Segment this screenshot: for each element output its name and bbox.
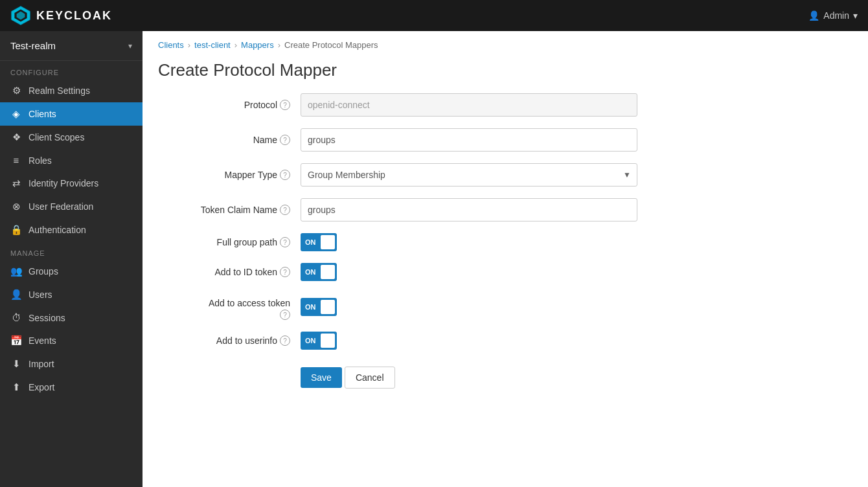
add-to-access-token-help-icon[interactable]: ? bbox=[280, 310, 290, 320]
breadcrumb-mappers[interactable]: Mappers bbox=[241, 40, 274, 50]
sidebar-item-label: Events bbox=[29, 335, 56, 346]
add-to-userinfo-help-icon[interactable]: ? bbox=[280, 335, 290, 346]
token-claim-name-label: Token Claim Name ? bbox=[158, 205, 301, 215]
sidebar-item-import[interactable]: ⬇ Import bbox=[0, 352, 143, 376]
mapper-type-row: Mapper Type ? Group Membership Audience … bbox=[158, 163, 852, 187]
sessions-icon: ⏱ bbox=[10, 312, 22, 323]
logo-text: KEYCLOAK bbox=[36, 9, 112, 23]
logo: KEYCLOAK bbox=[10, 5, 112, 26]
breadcrumb-sep-2: › bbox=[234, 40, 237, 50]
realm-name: Test-realm bbox=[10, 40, 56, 51]
token-claim-name-row: Token Claim Name ? bbox=[158, 198, 852, 221]
sidebar-item-events[interactable]: 📅 Events bbox=[0, 329, 143, 352]
toggle-on-label: ON bbox=[305, 337, 316, 345]
identity-providers-icon: ⇄ bbox=[10, 177, 22, 189]
sidebar-item-users[interactable]: 👤 Users bbox=[0, 283, 143, 306]
user-federation-icon: ⊗ bbox=[10, 201, 22, 212]
sidebar-item-export[interactable]: ⬆ Export bbox=[0, 376, 143, 399]
sidebar-item-label: Authentication bbox=[29, 225, 86, 235]
name-row: Name ? bbox=[158, 128, 852, 152]
name-help-icon[interactable]: ? bbox=[280, 135, 290, 145]
clients-icon: ◈ bbox=[10, 108, 22, 120]
protocol-help-icon[interactable]: ? bbox=[280, 100, 290, 110]
add-to-userinfo-row: Add to userinfo ? ON bbox=[158, 332, 852, 350]
add-to-id-token-label: Add to ID token ? bbox=[158, 267, 301, 277]
toggle-on-label: ON bbox=[305, 303, 316, 311]
toggle-thumb bbox=[321, 300, 335, 314]
main-layout: Test-realm ▾ Configure ⚙ Realm Settings … bbox=[0, 31, 868, 487]
sidebar-item-sessions[interactable]: ⏱ Sessions bbox=[0, 306, 143, 329]
sidebar-item-label: Import bbox=[29, 359, 54, 369]
roles-icon: ≡ bbox=[10, 155, 22, 166]
sidebar-item-realm-settings[interactable]: ⚙ Realm Settings bbox=[0, 79, 143, 102]
full-group-path-help-icon[interactable]: ? bbox=[280, 237, 290, 247]
add-to-access-token-toggle-track[interactable]: ON bbox=[301, 298, 337, 316]
breadcrumb: Clients › test-client › Mappers › Create… bbox=[143, 31, 868, 50]
add-to-id-token-toggle-track[interactable]: ON bbox=[301, 263, 337, 281]
export-icon: ⬆ bbox=[10, 381, 22, 393]
save-button[interactable]: Save bbox=[301, 367, 342, 388]
name-label: Name ? bbox=[158, 135, 301, 145]
mapper-type-wrapper: Group Membership Audience Hardcoded Role… bbox=[301, 163, 637, 187]
toggle-on-label: ON bbox=[305, 268, 316, 276]
token-claim-name-help-icon[interactable]: ? bbox=[280, 205, 290, 215]
sidebar-item-clients[interactable]: ◈ Clients bbox=[0, 102, 143, 126]
create-protocol-mapper-form: Protocol ? Name ? Mapper Type ? bbox=[143, 93, 868, 414]
toggle-thumb bbox=[321, 265, 335, 279]
add-to-userinfo-toggle-track[interactable]: ON bbox=[301, 332, 337, 350]
breadcrumb-sep-1: › bbox=[188, 40, 190, 50]
manage-section-label: Manage bbox=[0, 242, 143, 260]
sidebar-item-label: Users bbox=[29, 289, 52, 300]
breadcrumb-clients[interactable]: Clients bbox=[158, 40, 184, 50]
form-actions: Save Cancel bbox=[301, 361, 852, 389]
groups-icon: 👥 bbox=[10, 266, 22, 277]
user-menu[interactable]: 👤 Admin ▾ bbox=[808, 10, 858, 21]
full-group-path-toggle[interactable]: ON bbox=[301, 233, 337, 251]
sidebar-item-label: Export bbox=[29, 382, 54, 392]
events-icon: 📅 bbox=[10, 335, 22, 346]
realm-chevron-icon: ▾ bbox=[128, 41, 132, 51]
cancel-button[interactable]: Cancel bbox=[345, 367, 395, 389]
add-to-id-token-row: Add to ID token ? ON bbox=[158, 263, 852, 281]
sidebar-item-label: Sessions bbox=[29, 313, 65, 323]
keycloak-logo-icon bbox=[10, 5, 31, 26]
sidebar-item-label: Clients bbox=[29, 109, 56, 119]
mapper-type-help-icon[interactable]: ? bbox=[280, 170, 290, 180]
full-group-path-row: Full group path ? ON bbox=[158, 233, 852, 251]
sidebar-item-user-federation[interactable]: ⊗ User Federation bbox=[0, 195, 143, 218]
sidebar-item-identity-providers[interactable]: ⇄ Identity Providers bbox=[0, 172, 143, 195]
protocol-label: Protocol ? bbox=[158, 100, 301, 110]
add-to-id-token-help-icon[interactable]: ? bbox=[280, 267, 290, 277]
toggle-thumb bbox=[321, 235, 335, 249]
breadcrumb-sep-3: › bbox=[278, 40, 280, 50]
mapper-type-label: Mapper Type ? bbox=[158, 170, 301, 180]
sidebar-item-label: Identity Providers bbox=[29, 178, 98, 188]
sidebar-item-authentication[interactable]: 🔒 Authentication bbox=[0, 218, 143, 242]
configure-section-label: Configure bbox=[0, 61, 143, 79]
add-to-id-token-toggle[interactable]: ON bbox=[301, 263, 337, 281]
protocol-input bbox=[301, 93, 637, 117]
sidebar-item-groups[interactable]: 👥 Groups bbox=[0, 260, 143, 283]
sidebar-item-label: Roles bbox=[29, 155, 52, 166]
authentication-icon: 🔒 bbox=[10, 224, 22, 236]
mapper-type-select[interactable]: Group Membership Audience Hardcoded Role… bbox=[301, 163, 637, 187]
breadcrumb-test-client[interactable]: test-client bbox=[194, 40, 231, 50]
token-claim-name-input[interactable] bbox=[301, 198, 637, 221]
sidebar-item-label: Client Scopes bbox=[29, 132, 84, 142]
realm-settings-icon: ⚙ bbox=[10, 85, 22, 96]
sidebar-item-client-scopes[interactable]: ❖ Client Scopes bbox=[0, 126, 143, 149]
sidebar-item-label: User Federation bbox=[29, 201, 93, 212]
full-group-path-toggle-track[interactable]: ON bbox=[301, 233, 337, 251]
name-input[interactable] bbox=[301, 128, 637, 152]
main-content: Clients › test-client › Mappers › Create… bbox=[143, 31, 868, 487]
add-to-access-token-toggle[interactable]: ON bbox=[301, 298, 337, 316]
sidebar-item-roles[interactable]: ≡ Roles bbox=[0, 149, 143, 172]
add-to-access-token-label: Add to access token ? bbox=[158, 294, 301, 320]
add-to-access-token-row: Add to access token ? ON bbox=[158, 293, 852, 320]
realm-selector[interactable]: Test-realm ▾ bbox=[0, 31, 143, 61]
sidebar: Test-realm ▾ Configure ⚙ Realm Settings … bbox=[0, 31, 143, 487]
user-icon: 👤 bbox=[808, 10, 819, 21]
toggle-thumb bbox=[321, 334, 335, 348]
add-to-userinfo-toggle[interactable]: ON bbox=[301, 332, 337, 350]
toggle-on-label: ON bbox=[305, 238, 316, 246]
